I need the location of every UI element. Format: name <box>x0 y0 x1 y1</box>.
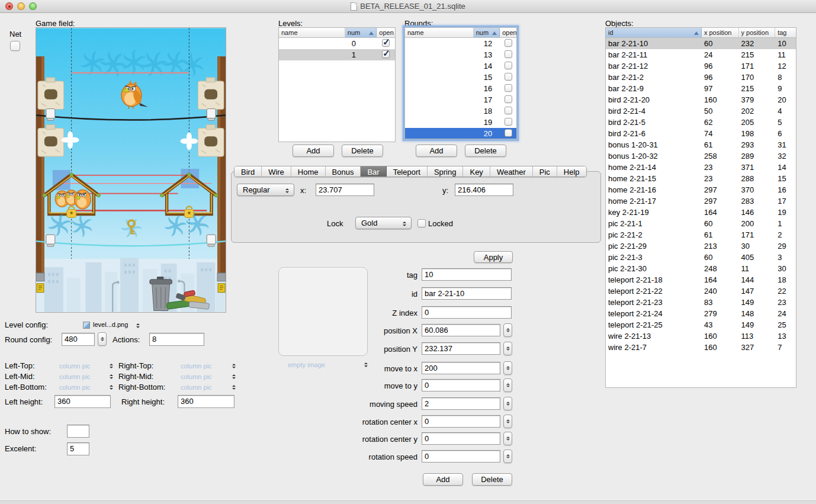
rounds-row[interactable]: 14 <box>405 60 516 72</box>
round-config-stepper[interactable] <box>98 332 107 346</box>
rounds-table[interactable]: name num open 121314151617181920 <box>404 27 517 139</box>
open-checkbox[interactable] <box>382 50 390 58</box>
tab-key[interactable]: Key <box>463 166 490 176</box>
tab-help[interactable]: Help <box>557 166 586 176</box>
editor-field-stepper[interactable] <box>503 361 512 375</box>
bar-x-input[interactable]: 23.707 <box>316 184 374 196</box>
tab-home[interactable]: Home <box>291 166 326 176</box>
left-height-input[interactable]: 360 <box>54 395 111 408</box>
rounds-row[interactable]: 13 <box>405 49 516 60</box>
editor-rotation-center-y-input[interactable]: 0 <box>422 432 500 445</box>
editor-field-stepper[interactable] <box>503 323 512 337</box>
rounds-col-name[interactable]: name <box>405 28 474 37</box>
editor-rotation-speed-input[interactable]: 0 <box>422 450 500 463</box>
editor-field-stepper[interactable] <box>503 415 512 428</box>
bar-type-popup[interactable]: Regular <box>237 184 294 196</box>
locked-checkbox[interactable] <box>417 219 426 227</box>
objects-row[interactable]: bar 2-21-112421511 <box>606 49 796 60</box>
editor-moving-speed-input[interactable]: 2 <box>422 397 500 410</box>
objects-header[interactable]: id x position y position tag <box>606 28 796 38</box>
lock-type-popup[interactable]: Gold <box>355 217 412 229</box>
open-checkbox[interactable] <box>505 129 512 137</box>
column-pic-popup-arrows-icon[interactable] <box>110 362 114 370</box>
objects-row[interactable]: bar 2-21-129617112 <box>606 60 796 72</box>
objects-col-id[interactable]: id <box>606 28 702 37</box>
rounds-row[interactable]: 16 <box>405 83 516 94</box>
objects-row[interactable]: bar 2-21-2961708 <box>606 72 796 83</box>
objects-row[interactable]: teleport 2-21-254314925 <box>606 319 796 330</box>
rounds-row[interactable]: 18 <box>405 105 516 117</box>
editor-field-stepper[interactable] <box>503 342 512 355</box>
objects-row[interactable]: pic 2-21-3604053 <box>606 252 796 263</box>
editor-tag-input[interactable]: 10 <box>422 268 512 281</box>
column-pic-popup-arrows-icon[interactable] <box>232 373 237 381</box>
tab-bar[interactable]: BirdWireHomeBonusBarTeleportSpringKeyWea… <box>234 166 587 177</box>
objects-col-tag[interactable]: tag <box>775 28 796 37</box>
editor-move-to-y-input[interactable]: 0 <box>422 379 500 391</box>
object-add-button[interactable]: Add <box>423 473 463 486</box>
open-checkbox[interactable] <box>505 39 512 47</box>
objects-row[interactable]: bird 2-21-5622055 <box>606 117 796 128</box>
column-pic-popup-arrows-icon[interactable] <box>110 373 114 381</box>
column-pic-popup[interactable]: column pic <box>181 373 212 380</box>
column-pic-popup-arrows-icon[interactable] <box>232 383 237 391</box>
rounds-row[interactable]: 19 <box>405 117 516 128</box>
rounds-col-num[interactable]: num <box>474 28 500 37</box>
editor-id-input[interactable]: bar 2-21-10 <box>422 287 512 300</box>
open-checkbox[interactable] <box>505 62 512 69</box>
how-to-show-input[interactable] <box>67 425 89 438</box>
objects-row[interactable]: teleport 2-21-238314923 <box>606 297 796 308</box>
open-checkbox[interactable] <box>505 107 512 114</box>
rounds-delete-button[interactable]: Delete <box>465 145 506 157</box>
objects-row[interactable]: home 2-21-142337114 <box>606 162 796 173</box>
objects-row[interactable]: bar 2-21-106023210 <box>606 38 796 49</box>
objects-col-x[interactable]: x position <box>702 28 739 37</box>
objects-row[interactable]: key 2-21-1916414619 <box>606 207 796 218</box>
objects-row[interactable]: teleport 2-21-2427914824 <box>606 308 796 319</box>
objects-row[interactable]: wire 2-21-1316011313 <box>606 330 796 342</box>
column-pic-popup[interactable]: column pic <box>59 362 91 370</box>
objects-row[interactable]: home 2-21-1629737016 <box>606 184 796 195</box>
editor-field-stepper[interactable] <box>503 432 512 445</box>
rounds-header[interactable]: name num open <box>405 28 516 38</box>
tab-teleport[interactable]: Teleport <box>387 166 428 176</box>
editor-field-stepper[interactable] <box>503 378 512 392</box>
editor-position-Y-input[interactable]: 232.137 <box>422 342 500 355</box>
rounds-row[interactable]: 15 <box>405 72 516 83</box>
rounds-add-button[interactable]: Add <box>416 145 457 157</box>
editor-move-to-x-input[interactable]: 200 <box>422 362 500 374</box>
objects-row[interactable]: bird 2-21-6741986 <box>606 128 796 139</box>
levels-table[interactable]: name num open 01 <box>278 27 396 142</box>
column-pic-popup[interactable]: column pic <box>59 384 91 391</box>
objects-row[interactable]: teleport 2-21-2224014722 <box>606 285 796 297</box>
game-field-preview[interactable] <box>36 27 226 313</box>
objects-row[interactable]: pic 2-21-292133029 <box>606 240 796 252</box>
open-checkbox[interactable] <box>382 39 390 47</box>
levels-row[interactable]: 1 <box>279 49 395 60</box>
objects-row[interactable]: home 2-21-152328815 <box>606 173 796 184</box>
column-pic-popup[interactable]: column pic <box>181 384 212 391</box>
levels-delete-button[interactable]: Delete <box>342 145 383 157</box>
column-pic-popup-arrows-icon[interactable] <box>232 362 237 370</box>
round-config-input[interactable]: 480 <box>62 333 95 346</box>
levels-col-name[interactable]: name <box>279 28 345 37</box>
tab-weather[interactable]: Weather <box>490 166 533 176</box>
open-checkbox[interactable] <box>505 84 512 92</box>
excelent-input[interactable]: 5 <box>67 442 89 455</box>
objects-row[interactable]: pic 2-21-2611712 <box>606 229 796 240</box>
objects-table[interactable]: id x position y position tag bar 2-21-10… <box>605 27 796 388</box>
objects-row[interactable]: bonus 1-20-316129331 <box>606 139 796 150</box>
objects-row[interactable]: pic 2-21-1602001 <box>606 218 796 229</box>
rounds-col-open[interactable]: open <box>500 28 516 37</box>
objects-row[interactable]: wire 2-21-71603277 <box>606 342 796 353</box>
levels-col-open[interactable]: open <box>377 28 395 37</box>
bar-y-input[interactable]: 216.406 <box>455 184 513 196</box>
tab-bonus[interactable]: Bonus <box>326 166 361 176</box>
object-delete-button[interactable]: Delete <box>472 473 512 486</box>
rounds-row[interactable]: 12 <box>405 38 516 49</box>
tab-bird[interactable]: Bird <box>234 166 262 176</box>
tab-bar[interactable]: Bar <box>361 166 386 176</box>
objects-row[interactable]: bonus 1-20-3225828932 <box>606 150 796 162</box>
editor-rotation-center-x-input[interactable]: 0 <box>422 415 500 428</box>
net-checkbox[interactable] <box>10 41 20 51</box>
